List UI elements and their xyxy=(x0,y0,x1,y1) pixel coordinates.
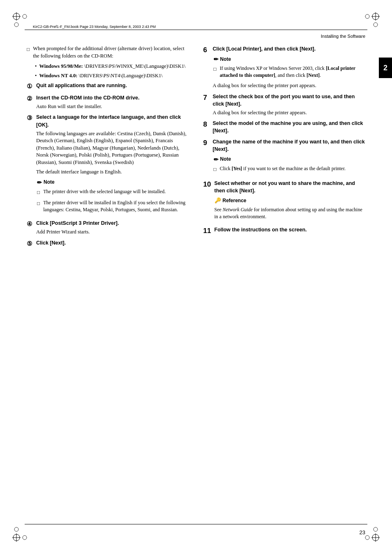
reference-label: Reference xyxy=(223,197,247,204)
svg-point-19 xyxy=(374,527,378,531)
step-3-note-items: □ The printer driver with the selected l… xyxy=(37,188,189,213)
step-4-number: ④ xyxy=(27,219,34,236)
step-10-reference: 🔑 Reference See Network Guide for inform… xyxy=(214,197,366,220)
svg-point-8 xyxy=(365,14,369,18)
note-icon: ✏ xyxy=(37,178,42,187)
right-column: 6 Click [Local Printer], and then click … xyxy=(201,45,366,252)
note-item-2: □ The printer driver will be installed i… xyxy=(37,199,189,213)
bullet-win9x: Windows 95/98/Me: \DRIVERS\PS\WIN9X_ME\(… xyxy=(35,63,189,70)
step-10: 10 Select whether or not you want to sha… xyxy=(203,180,366,223)
win9x-path: \DRIVERS\PS\WIN9X_ME\(Language)\DISK1\ xyxy=(84,63,186,69)
step-9-note-item-1: □ Click [Yes] if you want to set the mac… xyxy=(214,165,366,173)
svg-point-18 xyxy=(365,536,369,540)
step-2-title: Insert the CD-ROM into the CD-ROM drive. xyxy=(36,95,139,101)
step-8-title: Select the model of the machine you are … xyxy=(213,120,363,134)
step-7: 7 Select the check box of the port you w… xyxy=(203,93,366,117)
step-1-title: Quit all applications that are running. xyxy=(36,83,127,88)
svg-point-14 xyxy=(14,527,18,531)
step-4-content: Click [PostScript 3 Printer Driver]. Add… xyxy=(36,219,189,236)
step-2: ② Insert the CD-ROM into the CD-ROM driv… xyxy=(27,94,189,111)
step-8-content: Select the model of the machine you are … xyxy=(213,120,366,134)
step-5-number: ⑤ xyxy=(27,239,34,248)
step-9-content: Change the name of the machine if you wa… xyxy=(213,138,366,176)
step-6-title: Click [Local Printer], and then click [N… xyxy=(213,46,316,52)
step-6-content: Click [Local Printer], and then click [N… xyxy=(213,45,366,90)
step-10-title: Select whether or not you want to share … xyxy=(214,180,355,194)
section-title: Installing the Software xyxy=(321,34,365,39)
step-11-content: Follow the instructions on the screen. xyxy=(214,226,366,236)
step-11-number: 11 xyxy=(203,226,212,236)
left-column: □ When prompted for the additional drive… xyxy=(27,45,193,252)
header-meta: KirC2-GB-Pref1-F_FM.book Page 23 Monday,… xyxy=(33,25,156,29)
bullet-winnt: Windows NT 4.0: \DRIVERS\PS\NT4\(Languag… xyxy=(35,72,189,80)
checkbox-icon-note1: □ xyxy=(37,189,40,196)
main-content: □ When prompted for the additional drive… xyxy=(27,41,365,513)
step-6-number: 6 xyxy=(203,45,211,90)
step-1-content: Quit all applications that are running. xyxy=(36,82,189,91)
step-10-ref-body: See Network Guide for information about … xyxy=(214,206,366,220)
step-4-body: Add Printer Wizard starts. xyxy=(36,229,189,236)
step-9: 9 Change the name of the machine if you … xyxy=(203,138,366,176)
checkbox-icon-note2: □ xyxy=(37,200,40,213)
step-5-title: Click [Next]. xyxy=(36,240,66,246)
step-7-title: Select the check box of the port you wan… xyxy=(213,94,355,107)
step-4: ④ Click [PostScript 3 Printer Driver]. A… xyxy=(27,219,189,236)
step-10-ref-header: 🔑 Reference xyxy=(214,197,366,205)
step-11-title: Follow the instructions on the screen. xyxy=(214,227,307,233)
step-6-note-text: If using Windows XP or Windows Server 20… xyxy=(220,65,365,79)
checkbox-icon-6: □ xyxy=(214,66,217,79)
reference-icon: 🔑 xyxy=(214,197,221,205)
step-6: 6 Click [Local Printer], and then click … xyxy=(203,45,366,90)
note-label-6: Note xyxy=(220,56,231,63)
note-label-9: Note xyxy=(220,156,231,163)
intro-text: When prompted for the additional driver … xyxy=(33,45,189,60)
step-7-number: 7 xyxy=(203,93,211,117)
corner-mark-tl xyxy=(12,12,29,29)
step-2-number: ② xyxy=(27,94,34,111)
step-3-note: ✏ Note □ The printer driver with the sel… xyxy=(36,178,189,213)
step-6-note-item-1: □ If using Windows XP or Windows Server … xyxy=(214,65,366,79)
header-line xyxy=(25,30,367,30)
step-9-title: Change the name of the machine if you wa… xyxy=(213,139,365,152)
note-icon-6: ✏ xyxy=(214,55,219,63)
win9x-label: Windows 95/98/Me: xyxy=(39,63,83,69)
step-3-note-header: ✏ Note xyxy=(37,178,189,187)
step-1: ① Quit all applications that are running… xyxy=(27,82,189,91)
section-tab: 2 xyxy=(379,58,392,78)
step-10-content: Select whether or not you want to share … xyxy=(214,180,366,223)
step-1-number: ① xyxy=(27,82,34,91)
step-7-body: A dialog box for selecting the printer a… xyxy=(213,109,366,117)
step-8: 8 Select the model of the machine you ar… xyxy=(203,120,366,134)
note-item-1-text: The printer driver with the selected lan… xyxy=(43,188,166,196)
corner-mark-br xyxy=(363,525,380,542)
svg-point-3 xyxy=(23,14,27,18)
step-6-note-header: ✏ Note xyxy=(214,55,366,63)
step-3-number: ③ xyxy=(27,113,34,216)
step-3-title: Select a language for the interface lang… xyxy=(36,114,181,127)
corner-mark-bl xyxy=(12,525,29,542)
step-6-note: ✏ Note □ If using Windows XP or Windows … xyxy=(213,55,366,79)
step-11: 11 Follow the instructions on the screen… xyxy=(203,226,366,236)
step-3-body: The following languages are available: C… xyxy=(36,130,189,166)
winnt-path: \DRIVERS\PS\NT4\(Language)\DISK1\ xyxy=(78,73,162,78)
path-bullet-list: Windows 95/98/Me: \DRIVERS\PS\WIN9X_ME\(… xyxy=(35,63,189,79)
svg-point-13 xyxy=(23,536,27,540)
svg-point-4 xyxy=(14,23,18,27)
page-number: 23 xyxy=(360,529,365,536)
intro-checkbox-item: □ When prompted for the additional drive… xyxy=(27,45,189,60)
step-3-body2: The default interface language is Englis… xyxy=(36,169,189,176)
step-4-title: Click [PostScript 3 Printer Driver]. xyxy=(36,220,119,226)
step-2-body: Auto Run will start the installer. xyxy=(36,103,189,111)
note-label: Note xyxy=(44,179,55,186)
checkbox-icon: □ xyxy=(27,46,30,60)
footer-line xyxy=(25,524,367,524)
note-item-2-text: The printer driver will be installed in … xyxy=(43,199,189,213)
checkbox-icon-9: □ xyxy=(214,166,217,173)
winnt-label: Windows NT 4.0: xyxy=(39,73,77,78)
step-3: ③ Select a language for the interface la… xyxy=(27,113,189,216)
step-9-note-text: Click [Yes] if you want to set the machi… xyxy=(220,165,346,173)
step-6-body: A dialog box for selecting the printer p… xyxy=(213,82,366,90)
corner-mark-tr xyxy=(363,12,380,29)
step-5: ⑤ Click [Next]. xyxy=(27,239,189,248)
step-3-content: Select a language for the interface lang… xyxy=(36,113,189,216)
